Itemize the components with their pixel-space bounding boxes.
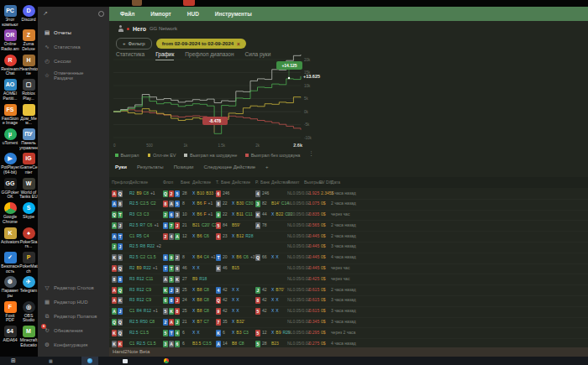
add-filter-button[interactable]: +Фильтр (116, 38, 152, 50)
hand-row[interactable]: 88R3R12C11A5K27B9R18NL0.05/0.02-0.4250$ч… (109, 274, 588, 285)
desktop-icon[interactable]: ♠PokerStars... (19, 227, 38, 249)
hand-row[interactable]: QTR3C3C326310XB6F+1922XB11C11K44XB22C22N… (109, 211, 588, 222)
edge-icon[interactable] (87, 358, 92, 363)
hand-row[interactable]: AJR2.5R7C6+187J21B21C20'C21584B59'A78NL0… (109, 221, 588, 232)
hand-row[interactable]: AQR2B9R22+1TT646XXK46B15NL0.05/0.02-0.44… (109, 264, 588, 275)
sidebar-item-редактор-столов[interactable]: ▽Редактор Столов (38, 280, 109, 295)
player-name[interactable]: Hero (133, 26, 146, 32)
action-token: B8 (232, 341, 237, 346)
hand-row[interactable]: A8R2.5C2.5C28A58XB6F+1822XB30C30382B14'C… (109, 200, 588, 211)
legend-item[interactable]: Выиграл на шоудауне (184, 153, 237, 158)
sidebar-item-обновления[interactable]: ↻6Обновления (38, 323, 109, 337)
sidebar-item-отмеченные-раздачи[interactable]: ☆Отмеченные Раздачи (38, 68, 109, 82)
legend-item[interactable]: Выиграл (115, 153, 139, 158)
desktop-icon[interactable]: FFoxit PDF Reader (1, 301, 19, 323)
report-tab[interactable]: Руки (115, 164, 127, 169)
sidebar-item-редактор-попапов[interactable]: ⧉Редактор Попапов (38, 309, 109, 323)
hand-row[interactable]: AJC1R4R12+15K825XB8C8942XX542XXNL0.05/0.… (109, 307, 588, 318)
desktop-icon[interactable]: PPokerMatch (19, 252, 38, 274)
desktop-icon[interactable]: DDiscord (19, 5, 38, 23)
expand-sidebar-icon[interactable]: ↗ (43, 10, 48, 17)
sidebar-item-icon: ⧉ (44, 313, 50, 320)
column-header[interactable]: Флоп (163, 180, 173, 185)
sidebar-item-статистика[interactable]: ∿Статистика (38, 39, 109, 54)
desktop-icon-image: D (23, 5, 35, 17)
desktop-icon[interactable]: MMinecraft Education (19, 326, 38, 347)
hand-row[interactable]: QQR2.5R50C82AJ21XB7C7735XB32'NL0.05/0.02… (109, 318, 588, 329)
hand-row[interactable]: AQR2B9C8+1Q2528XB10B33+362464246NL0.05/0… (109, 189, 588, 200)
hand-row[interactable]: KKC1R2.5C1.53A66B3.5C3.5A14B8C8528B23NL0… (109, 339, 588, 347)
menu-импорт[interactable]: Импорт (150, 11, 171, 17)
sidebar-item-редактор-hud[interactable]: ▦Редактор HUD (38, 295, 109, 309)
column-header[interactable]: Банк (221, 180, 230, 185)
desktop-icon[interactable]: AOAOMEI Partiti... (1, 79, 19, 101)
date-filter-chip[interactable]: from 02-09-2024 to 02-09-2024× (156, 39, 246, 49)
column-header[interactable]: Действие (232, 180, 250, 185)
desktop-icon[interactable]: HHearthstone (19, 55, 38, 76)
desktop-icon[interactable]: FSFastStone Image Viewer (1, 104, 19, 126)
desktop-icon[interactable]: ▢Roblox Play... (19, 79, 38, 101)
desktop-icon[interactable]: 64AIDA64 (1, 326, 19, 343)
desktop-icon[interactable]: ZZuma Deluxe (19, 29, 38, 51)
file-explorer-icon[interactable] (123, 359, 128, 364)
info-icon[interactable] (98, 11, 104, 17)
sidebar-item-сессии[interactable]: ◴Сессии (38, 54, 109, 68)
column-header[interactable]: Префлоп (112, 180, 130, 185)
sidebar-item-отчеты[interactable]: ▤Отчеты (38, 25, 109, 39)
menu-файл[interactable]: Файл (120, 11, 134, 17)
desktop-icon[interactable]: ◎OBS Studio (19, 301, 38, 323)
desktop-icon[interactable]: iGiGameCenter (19, 153, 38, 175)
desktop-icon[interactable]: WWorld of Tanks EU (19, 178, 38, 200)
column-header[interactable]: Банк (260, 180, 270, 185)
desktop-icon[interactable]: SSkype (19, 202, 38, 220)
desktop-icon[interactable]: OROnline Radio.amp... (1, 29, 19, 51)
desktop-icon[interactable]: ⚙Параметры (1, 276, 19, 298)
task-view-button[interactable]: ▦ (49, 357, 53, 365)
hand-row[interactable]: AKR3R12C968J24XB8C8Q42XX842XXNL0.05/0.02… (109, 296, 588, 307)
desktop-icon[interactable]: RRestream Chat (1, 55, 19, 76)
chrome-icon[interactable] (164, 358, 169, 363)
add-report-tab-button[interactable]: + (265, 164, 269, 169)
desktop-icon[interactable]: Google Chrome (1, 202, 19, 224)
desktop-icon[interactable]: GGGGPokerOK (1, 178, 19, 200)
close-icon[interactable]: × (237, 41, 240, 47)
sidebar-item-конфигурация[interactable]: ⚙Конфигурация (38, 337, 109, 352)
flop-actions: XB8C8 (192, 308, 211, 313)
win-amount: -0.445 (307, 265, 319, 270)
desktop-icon[interactable]: µuTorrent (1, 128, 19, 146)
desktop-icon[interactable]: Дом_Мем... (19, 104, 38, 126)
column-header[interactable]: Дата (331, 180, 340, 185)
desktop-icon-image: FS (4, 104, 17, 116)
desktop-icon[interactable]: ✈Telegram (19, 276, 38, 294)
menu-инструменты[interactable]: Инструменты (215, 11, 252, 17)
column-header[interactable]: Т. (216, 180, 219, 185)
desktop-icon[interactable]: ✓Безопасность Windows (1, 252, 19, 274)
sidebar: ↗ ▤Отчеты∿Статистика◴Сессии☆Отмеченные Р… (38, 7, 109, 357)
desktop-icon[interactable]: ▶PotPlayer (64-bit) (1, 153, 19, 175)
chart-menu-icon[interactable]: ⋮ (308, 150, 314, 157)
report-tab[interactable]: Следующее Действие (203, 164, 255, 169)
hand-row[interactable]: K9R2.5C2C1.56928XB4C4+1T20XB6C6+3Q66XXNL… (109, 253, 588, 264)
column-header[interactable]: Лимит (287, 180, 300, 185)
desktop-icon[interactable]: ПУПанель управления (19, 128, 38, 150)
column-header[interactable]: Р. (255, 180, 259, 185)
column-header[interactable]: Банк (181, 180, 190, 185)
hand-row[interactable]: AQR3R12C9KJ325XB8C8442XXJ42XB70'NL0.05/0… (109, 285, 588, 296)
desktop-icon[interactable]: PCЭтот компьютер (1, 5, 19, 27)
action-token: C9 (146, 287, 151, 292)
action-token: X (192, 287, 195, 292)
hand-row[interactable]: ATC1R5C424A12XB6C6423XB12R28NL0.05/0.02-… (109, 232, 588, 242)
start-button[interactable]: ⊞ (11, 357, 16, 365)
desktop-icon[interactable]: KActivators (1, 227, 19, 245)
report-tab[interactable]: Позиции (174, 164, 194, 169)
hand-row[interactable]: JJR2.5R8R22+2NL0.05/0.02-0.4450$3 часа н… (109, 242, 588, 253)
column-header[interactable]: Действие (129, 180, 148, 185)
legend-item[interactable]: Выиграл без шоудауна (245, 153, 300, 158)
legend-item[interactable]: Олл-ин EV (148, 153, 176, 158)
column-header[interactable]: Действие (192, 180, 211, 185)
hand-row[interactable]: KQR2.5C1.55T46XXK6XB3C3512XB9R29NL0.05/0… (109, 328, 588, 339)
action-token: X (236, 297, 239, 302)
hole-cards: QT (112, 211, 123, 218)
report-tab[interactable]: Результаты (137, 164, 164, 169)
menu-hud[interactable]: HUD (187, 11, 199, 17)
